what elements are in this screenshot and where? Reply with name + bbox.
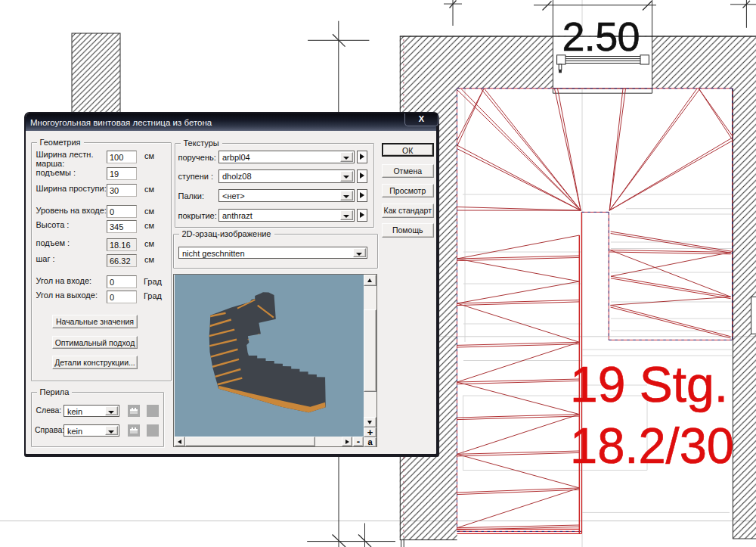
svg-text:18.2/30: 18.2/30 — [570, 417, 734, 474]
svg-text:19 Stg.: 19 Stg. — [570, 356, 728, 412]
svg-text:2.50: 2.50 — [562, 14, 640, 59]
